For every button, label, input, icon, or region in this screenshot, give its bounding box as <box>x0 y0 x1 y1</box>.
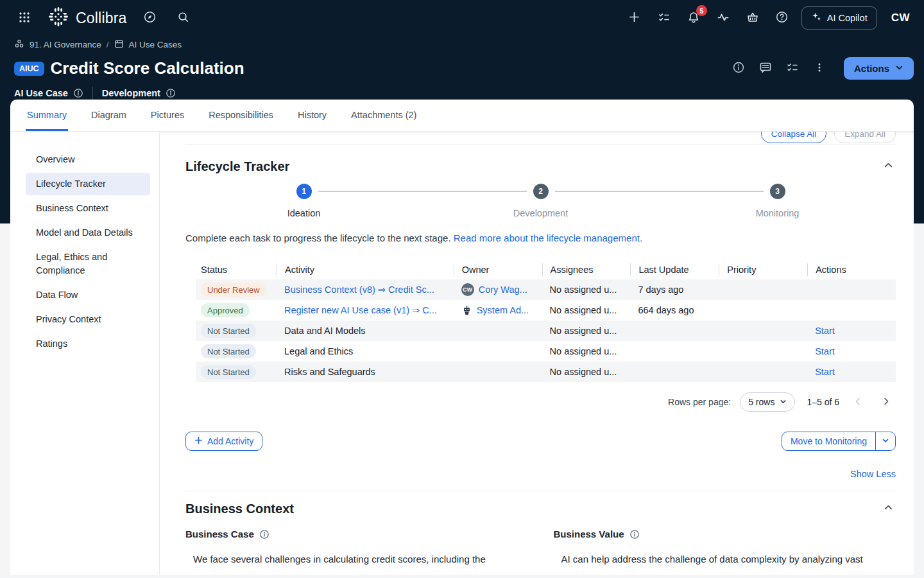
asset-info-button[interactable] <box>728 58 749 79</box>
checklist-button[interactable] <box>782 58 803 79</box>
search-button[interactable] <box>173 8 194 28</box>
start-activity-link[interactable]: Start <box>815 367 835 377</box>
tab-responsibilities[interactable]: Responsibilities <box>207 100 275 131</box>
info-icon[interactable] <box>73 88 83 98</box>
lifecycle-actions-row: Add Activity Move to Monitoring <box>185 432 896 451</box>
add-activity-label: Add Activity <box>207 436 253 446</box>
breadcrumb-domain[interactable]: AI Use Cases <box>129 40 182 49</box>
activities-table: StatusActivityOwnerAssigneesLast UpdateP… <box>196 260 896 382</box>
last-update-cell: 664 days ago <box>630 305 719 315</box>
status-cell: Not Started <box>196 365 277 379</box>
next-page-button[interactable] <box>877 394 896 410</box>
lifecycle-stepper: 1Ideation2Development3Monitoring <box>185 184 896 218</box>
app-launcher-button[interactable] <box>14 8 35 28</box>
rows-per-page-label: Rows per page: <box>668 397 731 407</box>
move-to-monitoring-button[interactable]: Move to Monitoring <box>782 432 875 450</box>
governance-icon <box>14 39 24 51</box>
owner-link[interactable]: System Ad... <box>477 305 529 315</box>
step-circle-2[interactable]: 2 <box>533 184 549 199</box>
collibra-logo-icon <box>47 6 69 30</box>
owner-cell: System Ad... <box>454 305 542 316</box>
pagination-range: 1–5 of 6 <box>807 397 839 407</box>
marketplace-button[interactable] <box>742 8 763 28</box>
expand-all-button[interactable]: Expand All <box>834 132 896 143</box>
plus-icon <box>628 11 640 25</box>
page-size-select[interactable]: 5 rows <box>740 392 795 412</box>
tab-pictures[interactable]: Pictures <box>150 100 185 131</box>
basket-icon <box>746 11 759 26</box>
collapse-section-button[interactable] <box>881 158 896 175</box>
sidebar-item-legal-ethics-and-compliance[interactable]: Legal, Ethics and Compliance <box>26 246 150 282</box>
activity-button[interactable] <box>713 8 733 28</box>
tab-summary[interactable]: Summary <box>26 100 68 131</box>
assignees-cell: No assigned u... <box>542 305 631 315</box>
collapse-all-button[interactable]: Collapse All <box>761 132 827 143</box>
show-less-row: Show Less <box>185 469 896 479</box>
move-options-button[interactable] <box>875 432 895 450</box>
sidebar-item-overview[interactable]: Overview <box>26 148 150 171</box>
help-button[interactable] <box>772 8 792 28</box>
show-less-link[interactable]: Show Less <box>850 469 896 479</box>
business-value-label-row: Business Value <box>554 529 896 539</box>
previous-page-button[interactable] <box>848 394 868 410</box>
search-icon <box>177 11 189 25</box>
sparkles-icon <box>811 12 822 24</box>
sidebar-item-data-flow[interactable]: Data Flow <box>26 284 150 306</box>
column-header-owner: Owner <box>454 263 542 276</box>
activity-cell: Business Context (v8) ⇒ Credit Sc... <box>277 285 454 295</box>
business-context-section-header: Business Context <box>185 500 896 517</box>
more-options-button[interactable] <box>809 58 830 79</box>
actions-button[interactable]: Actions <box>844 57 914 80</box>
activity-link[interactable]: Register new AI Use case (v1) ⇒ C... <box>284 305 437 315</box>
add-activity-button[interactable]: Add Activity <box>185 432 262 451</box>
collapse-section-button[interactable] <box>881 500 896 517</box>
tab-bar: SummaryDiagramPicturesResponsibilitiesHi… <box>10 100 914 132</box>
column-header-assignees: Assignees <box>542 263 631 276</box>
lifecycle-section-header: Lifecycle Tracker <box>185 158 896 175</box>
sidebar-item-model-and-data-details[interactable]: Model and Data Details <box>26 222 150 244</box>
info-icon[interactable] <box>166 88 176 98</box>
sidebar-item-ratings[interactable]: Ratings <box>26 333 150 355</box>
start-activity-link[interactable]: Start <box>815 346 835 356</box>
actions-cell: Start <box>807 326 896 336</box>
step-circle-3[interactable]: 3 <box>770 184 785 199</box>
actions-cell: Start <box>807 346 896 356</box>
owner-link[interactable]: Cory Wag... <box>479 285 527 295</box>
notifications-button[interactable]: 5 <box>683 8 704 28</box>
step-label: Ideation <box>287 208 321 218</box>
column-header-activity: Activity <box>277 263 454 276</box>
compass-icon <box>143 10 157 26</box>
sidebar-item-business-context[interactable]: Business Context <box>26 197 150 220</box>
status-badge: Under Review <box>201 283 266 297</box>
page-size-value: 5 rows <box>748 397 774 407</box>
chevron-down-icon <box>882 437 889 446</box>
tab-history[interactable]: History <box>296 100 328 131</box>
checklist-icon <box>658 11 671 26</box>
status-badge: Approved <box>201 303 250 317</box>
lifecycle-description: Complete each task to progress the lifec… <box>185 232 896 243</box>
collibra-logo[interactable]: Collibra <box>47 6 127 30</box>
table-row: Not StartedRisks and SafeguardsNo assign… <box>196 362 896 382</box>
section-sidebar: OverviewLifecycle TrackerBusiness Contex… <box>10 132 160 575</box>
tasks-button[interactable] <box>654 8 674 28</box>
breadcrumb-community[interactable]: 91. AI Governance <box>30 40 101 49</box>
pulse-icon <box>717 11 730 26</box>
create-button[interactable] <box>624 8 645 28</box>
chevron-left-icon <box>853 397 862 408</box>
business-case-text: We face several challenges in calculatin… <box>185 552 528 566</box>
info-icon[interactable] <box>259 529 270 539</box>
explore-button[interactable] <box>140 8 160 28</box>
comments-button[interactable] <box>755 58 776 79</box>
user-avatar[interactable]: CW <box>891 12 910 24</box>
start-activity-link[interactable]: Start <box>815 326 835 336</box>
ai-copilot-button[interactable]: AI Copilot <box>801 6 877 30</box>
step-circle-1[interactable]: 1 <box>296 184 312 199</box>
business-context-section-title: Business Context <box>185 502 294 516</box>
tab-diagram[interactable]: Diagram <box>90 100 128 131</box>
activity-link[interactable]: Business Context (v8) ⇒ Credit Sc... <box>284 285 434 295</box>
sidebar-item-lifecycle-tracker[interactable]: Lifecycle Tracker <box>26 173 150 195</box>
sidebar-item-privacy-context[interactable]: Privacy Context <box>26 308 150 331</box>
lifecycle-readmore-link[interactable]: Read more about the lifecycle management… <box>454 232 642 243</box>
info-icon[interactable] <box>629 529 640 539</box>
tab-attachments-2[interactable]: Attachments (2) <box>350 100 418 131</box>
